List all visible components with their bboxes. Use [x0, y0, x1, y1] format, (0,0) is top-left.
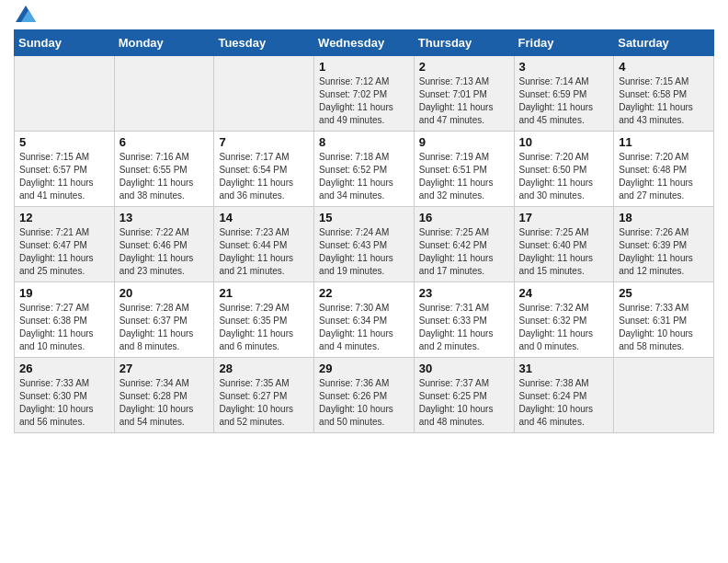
day-number: 8 — [319, 135, 409, 149]
day-info: Sunrise: 7:36 AMSunset: 6:26 PMDaylight:… — [319, 377, 409, 429]
day-info: Sunrise: 7:16 AMSunset: 6:55 PMDaylight:… — [119, 151, 210, 202]
day-number: 11 — [619, 135, 709, 149]
weekday-header-tuesday: Tuesday — [214, 30, 314, 56]
day-number: 24 — [519, 286, 609, 300]
weekday-header-friday: Friday — [514, 30, 614, 56]
logo — [14, 9, 36, 22]
day-number: 6 — [119, 135, 210, 149]
day-number: 15 — [319, 211, 409, 224]
day-info: Sunrise: 7:35 AMSunset: 6:27 PMDaylight:… — [219, 377, 309, 429]
calendar-cell: 20Sunrise: 7:28 AMSunset: 6:37 PMDayligh… — [114, 282, 214, 358]
day-info: Sunrise: 7:18 AMSunset: 6:52 PMDaylight:… — [319, 151, 409, 202]
day-info: Sunrise: 7:20 AMSunset: 6:48 PMDaylight:… — [619, 151, 709, 202]
day-info: Sunrise: 7:21 AMSunset: 6:47 PMDaylight:… — [19, 226, 109, 278]
day-info: Sunrise: 7:30 AMSunset: 6:34 PMDaylight:… — [319, 302, 409, 353]
page: SundayMondayTuesdayWednesdayThursdayFrid… — [0, 0, 728, 563]
weekday-header-wednesday: Wednesday — [314, 30, 415, 56]
day-info: Sunrise: 7:25 AMSunset: 6:42 PMDaylight:… — [419, 226, 509, 278]
day-number: 27 — [119, 362, 210, 375]
calendar-cell: 13Sunrise: 7:22 AMSunset: 6:46 PMDayligh… — [114, 207, 214, 282]
calendar-cell: 10Sunrise: 7:20 AMSunset: 6:50 PMDayligh… — [514, 132, 614, 207]
calendar-cell: 24Sunrise: 7:32 AMSunset: 6:32 PMDayligh… — [514, 282, 614, 358]
day-number: 20 — [119, 286, 210, 300]
day-info: Sunrise: 7:31 AMSunset: 6:33 PMDaylight:… — [419, 302, 509, 353]
logo-icon — [16, 6, 36, 22]
weekday-header-sunday: Sunday — [15, 30, 115, 56]
day-info: Sunrise: 7:13 AMSunset: 7:01 PMDaylight:… — [419, 75, 509, 127]
day-number: 9 — [419, 135, 509, 149]
calendar-cell: 14Sunrise: 7:23 AMSunset: 6:44 PMDayligh… — [214, 207, 314, 282]
day-number: 28 — [219, 362, 309, 375]
day-number: 19 — [19, 286, 109, 300]
calendar-cell: 2Sunrise: 7:13 AMSunset: 7:01 PMDaylight… — [414, 56, 514, 132]
day-number: 3 — [519, 60, 609, 74]
calendar-cell: 31Sunrise: 7:38 AMSunset: 6:24 PMDayligh… — [514, 358, 614, 433]
day-number: 17 — [519, 211, 609, 224]
day-info: Sunrise: 7:32 AMSunset: 6:32 PMDaylight:… — [519, 302, 609, 353]
day-number: 5 — [19, 135, 109, 149]
day-info: Sunrise: 7:15 AMSunset: 6:58 PMDaylight:… — [619, 75, 709, 127]
day-number: 13 — [119, 211, 210, 224]
week-row-1: 1Sunrise: 7:12 AMSunset: 7:02 PMDaylight… — [15, 56, 714, 132]
calendar-cell: 25Sunrise: 7:33 AMSunset: 6:31 PMDayligh… — [614, 282, 714, 358]
day-info: Sunrise: 7:23 AMSunset: 6:44 PMDaylight:… — [219, 226, 309, 278]
calendar-cell: 12Sunrise: 7:21 AMSunset: 6:47 PMDayligh… — [15, 207, 115, 282]
week-row-4: 19Sunrise: 7:27 AMSunset: 6:38 PMDayligh… — [15, 282, 714, 358]
day-info: Sunrise: 7:37 AMSunset: 6:25 PMDaylight:… — [419, 377, 509, 429]
weekday-header-saturday: Saturday — [614, 30, 714, 56]
calendar-cell: 19Sunrise: 7:27 AMSunset: 6:38 PMDayligh… — [15, 282, 115, 358]
calendar-cell: 18Sunrise: 7:26 AMSunset: 6:39 PMDayligh… — [614, 207, 714, 282]
weekday-header-row: SundayMondayTuesdayWednesdayThursdayFrid… — [15, 30, 714, 56]
calendar-cell — [114, 56, 214, 132]
day-info: Sunrise: 7:12 AMSunset: 7:02 PMDaylight:… — [319, 75, 409, 127]
calendar-cell: 6Sunrise: 7:16 AMSunset: 6:55 PMDaylight… — [114, 132, 214, 207]
weekday-header-thursday: Thursday — [414, 30, 514, 56]
day-info: Sunrise: 7:14 AMSunset: 6:59 PMDaylight:… — [519, 75, 609, 127]
calendar-cell: 1Sunrise: 7:12 AMSunset: 7:02 PMDaylight… — [314, 56, 415, 132]
day-info: Sunrise: 7:28 AMSunset: 6:37 PMDaylight:… — [119, 302, 210, 353]
day-info: Sunrise: 7:22 AMSunset: 6:46 PMDaylight:… — [119, 226, 210, 278]
day-info: Sunrise: 7:33 AMSunset: 6:30 PMDaylight:… — [19, 377, 109, 429]
day-info: Sunrise: 7:17 AMSunset: 6:54 PMDaylight:… — [219, 151, 309, 202]
day-number: 22 — [319, 286, 409, 300]
calendar-cell: 27Sunrise: 7:34 AMSunset: 6:28 PMDayligh… — [114, 358, 214, 433]
day-number: 4 — [619, 60, 709, 74]
calendar-cell: 4Sunrise: 7:15 AMSunset: 6:58 PMDaylight… — [614, 56, 714, 132]
week-row-3: 12Sunrise: 7:21 AMSunset: 6:47 PMDayligh… — [15, 207, 714, 282]
calendar-cell: 5Sunrise: 7:15 AMSunset: 6:57 PMDaylight… — [15, 132, 115, 207]
calendar-cell: 28Sunrise: 7:35 AMSunset: 6:27 PMDayligh… — [214, 358, 314, 433]
day-info: Sunrise: 7:34 AMSunset: 6:28 PMDaylight:… — [119, 377, 210, 429]
day-number: 25 — [619, 286, 709, 300]
day-number: 1 — [319, 60, 409, 74]
calendar-cell: 9Sunrise: 7:19 AMSunset: 6:51 PMDaylight… — [414, 132, 514, 207]
week-row-2: 5Sunrise: 7:15 AMSunset: 6:57 PMDaylight… — [15, 132, 714, 207]
calendar-cell: 8Sunrise: 7:18 AMSunset: 6:52 PMDaylight… — [314, 132, 415, 207]
calendar-cell: 3Sunrise: 7:14 AMSunset: 6:59 PMDaylight… — [514, 56, 614, 132]
calendar-cell: 15Sunrise: 7:24 AMSunset: 6:43 PMDayligh… — [314, 207, 415, 282]
day-info: Sunrise: 7:26 AMSunset: 6:39 PMDaylight:… — [619, 226, 709, 278]
day-number: 18 — [619, 211, 709, 224]
day-info: Sunrise: 7:27 AMSunset: 6:38 PMDaylight:… — [19, 302, 109, 353]
weekday-header-monday: Monday — [114, 30, 214, 56]
calendar-cell: 16Sunrise: 7:25 AMSunset: 6:42 PMDayligh… — [414, 207, 514, 282]
calendar-cell: 22Sunrise: 7:30 AMSunset: 6:34 PMDayligh… — [314, 282, 415, 358]
day-info: Sunrise: 7:25 AMSunset: 6:40 PMDaylight:… — [519, 226, 609, 278]
day-info: Sunrise: 7:33 AMSunset: 6:31 PMDaylight:… — [619, 302, 709, 353]
day-number: 12 — [19, 211, 109, 224]
calendar-cell — [15, 56, 115, 132]
calendar-cell: 21Sunrise: 7:29 AMSunset: 6:35 PMDayligh… — [214, 282, 314, 358]
calendar-cell — [214, 56, 314, 132]
day-number: 16 — [419, 211, 509, 224]
calendar-cell — [614, 358, 714, 433]
day-number: 2 — [419, 60, 509, 74]
header — [14, 9, 714, 22]
day-number: 21 — [219, 286, 309, 300]
calendar-cell: 30Sunrise: 7:37 AMSunset: 6:25 PMDayligh… — [414, 358, 514, 433]
day-info: Sunrise: 7:29 AMSunset: 6:35 PMDaylight:… — [219, 302, 309, 353]
day-number: 29 — [319, 362, 409, 375]
day-info: Sunrise: 7:38 AMSunset: 6:24 PMDaylight:… — [519, 377, 609, 429]
calendar-cell: 7Sunrise: 7:17 AMSunset: 6:54 PMDaylight… — [214, 132, 314, 207]
calendar-cell: 23Sunrise: 7:31 AMSunset: 6:33 PMDayligh… — [414, 282, 514, 358]
day-number: 7 — [219, 135, 309, 149]
calendar-cell: 11Sunrise: 7:20 AMSunset: 6:48 PMDayligh… — [614, 132, 714, 207]
